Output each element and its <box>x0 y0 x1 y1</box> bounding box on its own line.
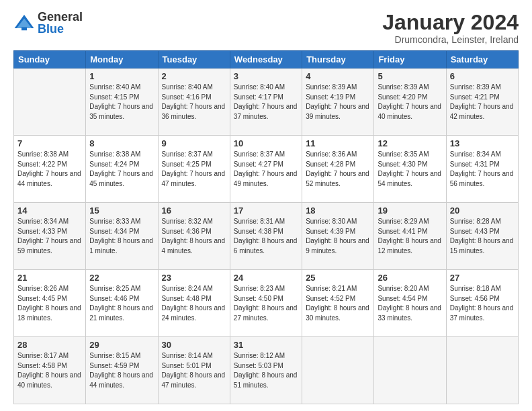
day-info: Sunrise: 8:35 AMSunset: 4:30 PMDaylight:… <box>378 150 442 189</box>
calendar-cell <box>374 337 446 404</box>
day-number: 11 <box>306 138 370 148</box>
calendar-cell: 15Sunrise: 8:33 AMSunset: 4:34 PMDayligh… <box>86 203 158 270</box>
day-number: 2 <box>162 71 226 81</box>
day-info: Sunrise: 8:37 AMSunset: 4:27 PMDaylight:… <box>234 150 298 189</box>
day-info: Sunrise: 8:25 AMSunset: 4:46 PMDaylight:… <box>89 284 154 323</box>
calendar-cell: 28Sunrise: 8:17 AMSunset: 4:58 PMDayligh… <box>14 337 86 404</box>
calendar-cell: 31Sunrise: 8:12 AMSunset: 5:03 PMDayligh… <box>230 337 302 404</box>
day-number: 29 <box>89 340 154 350</box>
calendar-week-2: 7Sunrise: 8:38 AMSunset: 4:22 PMDaylight… <box>14 136 519 203</box>
day-info: Sunrise: 8:12 AMSunset: 5:03 PMDaylight:… <box>234 351 298 390</box>
calendar-cell: 25Sunrise: 8:21 AMSunset: 4:52 PMDayligh… <box>302 270 374 337</box>
day-info: Sunrise: 8:21 AMSunset: 4:52 PMDaylight:… <box>306 284 370 323</box>
header-sunday: Sunday <box>14 51 86 68</box>
day-info: Sunrise: 8:40 AMSunset: 4:15 PMDaylight:… <box>89 83 154 122</box>
day-number: 22 <box>89 273 154 283</box>
title-block: January 2024 Drumcondra, Leinster, Irela… <box>382 11 519 45</box>
day-number: 12 <box>378 138 442 148</box>
logo-icon <box>13 12 35 34</box>
day-number: 28 <box>17 340 82 350</box>
day-number: 23 <box>162 273 226 283</box>
day-info: Sunrise: 8:32 AMSunset: 4:36 PMDaylight:… <box>162 217 226 256</box>
month-title: January 2024 <box>382 11 519 34</box>
day-number: 19 <box>378 205 442 216</box>
calendar-table: Sunday Monday Tuesday Wednesday Thursday… <box>13 50 519 404</box>
day-number: 13 <box>450 138 515 148</box>
calendar-week-3: 14Sunrise: 8:34 AMSunset: 4:33 PMDayligh… <box>14 203 519 270</box>
calendar-cell: 27Sunrise: 8:18 AMSunset: 4:56 PMDayligh… <box>446 270 518 337</box>
logo-blue: Blue <box>38 23 83 35</box>
day-info: Sunrise: 8:34 AMSunset: 4:33 PMDaylight:… <box>17 217 82 256</box>
day-info: Sunrise: 8:34 AMSunset: 4:31 PMDaylight:… <box>450 150 515 189</box>
calendar-cell: 9Sunrise: 8:37 AMSunset: 4:25 PMDaylight… <box>158 136 230 203</box>
calendar-cell: 16Sunrise: 8:32 AMSunset: 4:36 PMDayligh… <box>158 203 230 270</box>
location-subtitle: Drumcondra, Leinster, Ireland <box>382 34 519 45</box>
day-info: Sunrise: 8:33 AMSunset: 4:34 PMDaylight:… <box>89 217 154 256</box>
calendar-cell: 8Sunrise: 8:38 AMSunset: 4:24 PMDaylight… <box>86 136 158 203</box>
day-number: 10 <box>234 138 298 148</box>
calendar-cell: 11Sunrise: 8:36 AMSunset: 4:28 PMDayligh… <box>302 136 374 203</box>
day-info: Sunrise: 8:38 AMSunset: 4:24 PMDaylight:… <box>89 150 154 189</box>
day-info: Sunrise: 8:28 AMSunset: 4:43 PMDaylight:… <box>450 217 515 256</box>
calendar-cell: 26Sunrise: 8:20 AMSunset: 4:54 PMDayligh… <box>374 270 446 337</box>
day-number: 21 <box>17 273 82 283</box>
calendar-cell: 30Sunrise: 8:14 AMSunset: 5:01 PMDayligh… <box>158 337 230 404</box>
calendar-cell: 17Sunrise: 8:31 AMSunset: 4:38 PMDayligh… <box>230 203 302 270</box>
day-number: 8 <box>89 138 154 148</box>
calendar-week-5: 28Sunrise: 8:17 AMSunset: 4:58 PMDayligh… <box>14 337 519 404</box>
day-info: Sunrise: 8:23 AMSunset: 4:50 PMDaylight:… <box>234 284 298 323</box>
day-number: 15 <box>89 205 154 216</box>
logo: General Blue <box>13 11 83 35</box>
header-row: Sunday Monday Tuesday Wednesday Thursday… <box>14 51 519 68</box>
day-number: 9 <box>162 138 226 148</box>
calendar-page: General Blue January 2024 Drumcondra, Le… <box>0 0 532 411</box>
calendar-cell: 7Sunrise: 8:38 AMSunset: 4:22 PMDaylight… <box>14 136 86 203</box>
calendar-cell: 21Sunrise: 8:26 AMSunset: 4:45 PMDayligh… <box>14 270 86 337</box>
logo-general: General <box>38 11 83 23</box>
day-number: 5 <box>378 71 442 81</box>
day-number: 6 <box>450 71 515 81</box>
day-info: Sunrise: 8:38 AMSunset: 4:22 PMDaylight:… <box>17 150 82 189</box>
header-saturday: Saturday <box>446 51 518 68</box>
day-info: Sunrise: 8:18 AMSunset: 4:56 PMDaylight:… <box>450 284 515 323</box>
calendar-cell: 4Sunrise: 8:39 AMSunset: 4:19 PMDaylight… <box>302 68 374 136</box>
day-number: 20 <box>450 205 515 216</box>
day-info: Sunrise: 8:30 AMSunset: 4:39 PMDaylight:… <box>306 217 370 256</box>
day-number: 31 <box>234 340 298 350</box>
day-info: Sunrise: 8:14 AMSunset: 5:01 PMDaylight:… <box>162 351 226 390</box>
calendar-cell: 14Sunrise: 8:34 AMSunset: 4:33 PMDayligh… <box>14 203 86 270</box>
day-number: 3 <box>234 71 298 81</box>
calendar-cell: 13Sunrise: 8:34 AMSunset: 4:31 PMDayligh… <box>446 136 518 203</box>
calendar-cell: 5Sunrise: 8:39 AMSunset: 4:20 PMDaylight… <box>374 68 446 136</box>
day-info: Sunrise: 8:39 AMSunset: 4:20 PMDaylight:… <box>378 83 442 122</box>
calendar-cell: 18Sunrise: 8:30 AMSunset: 4:39 PMDayligh… <box>302 203 374 270</box>
day-info: Sunrise: 8:39 AMSunset: 4:21 PMDaylight:… <box>450 83 515 122</box>
calendar-cell: 10Sunrise: 8:37 AMSunset: 4:27 PMDayligh… <box>230 136 302 203</box>
calendar-cell: 2Sunrise: 8:40 AMSunset: 4:16 PMDaylight… <box>158 68 230 136</box>
day-info: Sunrise: 8:39 AMSunset: 4:19 PMDaylight:… <box>306 83 370 122</box>
day-number: 16 <box>162 205 226 216</box>
header-monday: Monday <box>86 51 158 68</box>
day-number: 4 <box>306 71 370 81</box>
day-info: Sunrise: 8:37 AMSunset: 4:25 PMDaylight:… <box>162 150 226 189</box>
calendar-week-1: 1Sunrise: 8:40 AMSunset: 4:15 PMDaylight… <box>14 68 519 136</box>
logo-text: General Blue <box>38 11 83 35</box>
header-thursday: Thursday <box>302 51 374 68</box>
day-number: 7 <box>17 138 82 148</box>
calendar-cell: 1Sunrise: 8:40 AMSunset: 4:15 PMDaylight… <box>86 68 158 136</box>
day-number: 27 <box>450 273 515 283</box>
calendar-cell <box>446 337 518 404</box>
calendar-cell <box>302 337 374 404</box>
day-info: Sunrise: 8:26 AMSunset: 4:45 PMDaylight:… <box>17 284 82 323</box>
day-number: 25 <box>306 273 370 283</box>
calendar-body: 1Sunrise: 8:40 AMSunset: 4:15 PMDaylight… <box>14 68 519 404</box>
calendar-cell: 3Sunrise: 8:40 AMSunset: 4:17 PMDaylight… <box>230 68 302 136</box>
svg-rect-2 <box>21 27 27 30</box>
header-friday: Friday <box>374 51 446 68</box>
calendar-week-4: 21Sunrise: 8:26 AMSunset: 4:45 PMDayligh… <box>14 270 519 337</box>
day-info: Sunrise: 8:15 AMSunset: 4:59 PMDaylight:… <box>89 351 154 390</box>
calendar-cell <box>14 68 86 136</box>
day-info: Sunrise: 8:20 AMSunset: 4:54 PMDaylight:… <box>378 284 442 323</box>
calendar-cell: 12Sunrise: 8:35 AMSunset: 4:30 PMDayligh… <box>374 136 446 203</box>
day-info: Sunrise: 8:40 AMSunset: 4:17 PMDaylight:… <box>234 83 298 122</box>
